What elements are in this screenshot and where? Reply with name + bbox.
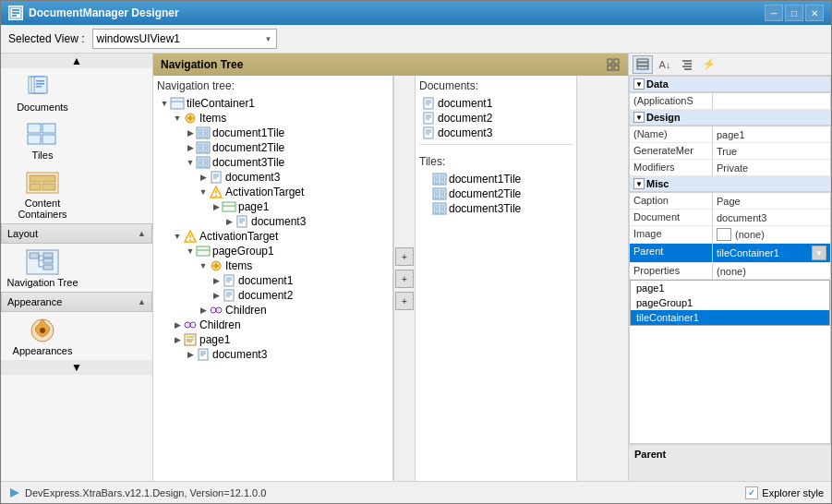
tree-expand-icon[interactable]: ▼ xyxy=(198,186,209,198)
sidebar-item-content-containers[interactable]: Content Containers xyxy=(1,164,84,223)
tree-expand-icon[interactable]: ▶ xyxy=(172,319,183,330)
tile-node-2[interactable]: document2Tile xyxy=(419,186,573,201)
minimize-button[interactable]: ─ xyxy=(765,5,783,21)
svg-rect-109 xyxy=(435,180,439,184)
sidebar-item-documents[interactable]: Documents xyxy=(1,68,84,116)
tree-expand-icon[interactable]: ▶ xyxy=(211,290,222,301)
props-row-document[interactable]: Document document3 xyxy=(630,210,830,226)
props-value-document: document3 xyxy=(713,210,830,225)
tree-expand-icon[interactable]: ▼ xyxy=(198,260,209,271)
documents-panel[interactable]: Documents: document1document2document3 T… xyxy=(416,76,577,481)
tree-expand-icon[interactable]: ▶ xyxy=(211,275,222,286)
dropdown-item-tilecontainer1[interactable]: tileContainer1 xyxy=(631,310,829,325)
tree-expand-icon[interactable]: ▼ xyxy=(172,113,183,124)
sidebar-item-appearances[interactable]: Appearances xyxy=(1,312,84,360)
add-button-3[interactable]: + xyxy=(395,292,414,310)
appearance-section-header[interactable]: Appearance ▲ xyxy=(1,292,152,312)
tree-node-6[interactable]: ▶document3 xyxy=(157,170,389,185)
tree-node-12[interactable]: ▼Items xyxy=(157,258,389,273)
navigation-tree-panel[interactable]: Navigation tree: ▼tileContainer1▼Items▶d… xyxy=(153,76,393,481)
doc-node-3[interactable]: document3 xyxy=(419,126,573,140)
dropdown-item-none[interactable]: page1 xyxy=(631,281,829,295)
tree-node-17[interactable]: ▶page1 xyxy=(157,332,389,347)
tree-node-15[interactable]: ▶Children xyxy=(157,303,389,318)
tree-expand-icon[interactable]: ▶ xyxy=(198,305,209,316)
tiles-icon xyxy=(24,120,61,150)
props-row-applications[interactable]: (ApplicationS xyxy=(630,93,830,110)
props-row-image[interactable]: Image (none) xyxy=(630,226,830,244)
left-panel-scroll-up[interactable]: ▲ xyxy=(1,54,152,68)
layout-section-header[interactable]: Layout ▲ xyxy=(1,223,152,244)
props-name-generatemer: GenerateMer xyxy=(630,143,713,159)
design-section-header[interactable]: ▼ Design xyxy=(630,110,830,126)
tree-expand-icon[interactable]: ▼ xyxy=(185,157,196,168)
tree-expand-icon[interactable]: ▶ xyxy=(185,142,196,153)
misc-section-toggle[interactable]: ▼ xyxy=(633,178,645,189)
svg-rect-39 xyxy=(199,129,202,133)
tree-expand-icon[interactable]: ▶ xyxy=(185,349,196,360)
tree-node-18[interactable]: ▶document3 xyxy=(157,347,389,362)
tree-node-10[interactable]: ▼ActivationTarget xyxy=(157,229,389,244)
tree-node-4[interactable]: ▶document2Tile xyxy=(157,140,389,155)
sidebar-item-tiles[interactable]: Tiles xyxy=(1,116,84,164)
tree-expand-icon[interactable]: ▶ xyxy=(223,216,235,227)
window-controls[interactable]: ─ □ ✕ xyxy=(765,5,824,21)
tree-expand-icon[interactable]: ▶ xyxy=(211,201,222,212)
svg-rect-122 xyxy=(637,63,648,66)
props-row-name[interactable]: (Name) page1 xyxy=(630,126,830,143)
tree-node-icon xyxy=(222,200,236,213)
tree-expand-icon[interactable]: ▼ xyxy=(159,98,170,109)
add-button-2[interactable]: + xyxy=(395,270,414,288)
props-cat-button[interactable] xyxy=(677,55,697,74)
props-row-caption[interactable]: Caption Page xyxy=(630,193,830,210)
tree-expand-icon[interactable]: ▶ xyxy=(198,172,209,183)
docs-nodes: document1document2document3 xyxy=(419,96,573,140)
tree-node-5[interactable]: ▼document3Tile xyxy=(157,155,389,170)
tree-node-14[interactable]: ▶document2 xyxy=(157,288,389,303)
dropdown-item-page1[interactable]: pageGroup1 xyxy=(631,295,829,310)
left-panel-scroll-down[interactable]: ▼ xyxy=(1,360,152,375)
doc-node-icon xyxy=(421,112,436,125)
tree-node-2[interactable]: ▼Items xyxy=(157,111,389,126)
tree-node-9[interactable]: ▶document3 xyxy=(157,214,389,229)
design-section-toggle[interactable]: ▼ xyxy=(633,112,645,123)
tree-node-1[interactable]: ▼tileContainer1 xyxy=(157,96,389,111)
tile-node-1[interactable]: document1Tile xyxy=(419,172,573,186)
misc-section-header[interactable]: ▼ Misc xyxy=(630,176,830,193)
props-row-modifiers[interactable]: Modifiers Private xyxy=(630,160,830,176)
explorer-style-checkbox[interactable]: ✓ xyxy=(745,486,758,499)
tree-node-3[interactable]: ▶document1Tile xyxy=(157,126,389,140)
view-select-dropdown[interactable]: windowsUIView1 ▼ xyxy=(92,29,277,49)
close-button[interactable]: ✕ xyxy=(805,5,824,21)
tree-expand-icon[interactable]: ▶ xyxy=(172,334,183,345)
svg-rect-112 xyxy=(435,190,439,194)
tiles-panel-label: Tiles: xyxy=(419,155,573,168)
doc-node-1[interactable]: document1 xyxy=(419,96,573,111)
tree-node-13[interactable]: ▶document1 xyxy=(157,273,389,288)
props-sort-button[interactable]: A↓ xyxy=(655,55,675,74)
data-section-toggle[interactable]: ▼ xyxy=(633,78,645,90)
doc-node-2[interactable]: document2 xyxy=(419,111,573,126)
parent-dropdown-button[interactable]: ▼ xyxy=(812,246,826,260)
props-events-button[interactable]: ⚡ xyxy=(699,55,719,74)
data-section-header[interactable]: ▼ Data xyxy=(630,77,830,93)
tree-node-11[interactable]: ▼pageGroup1 xyxy=(157,244,389,258)
sidebar-item-navigation-tree[interactable]: Navigation Tree xyxy=(1,244,84,292)
tree-node-16[interactable]: ▶Children xyxy=(157,318,389,332)
nav-tree-header: Navigation Tree xyxy=(153,54,628,76)
selected-view-bar: Selected View : windowsUIView1 ▼ xyxy=(1,25,831,54)
tree-node-8[interactable]: ▶page1 xyxy=(157,199,389,214)
maximize-button[interactable]: □ xyxy=(785,5,803,21)
tree-expand-icon[interactable]: ▶ xyxy=(185,127,196,138)
props-row-generatemer[interactable]: GenerateMer True xyxy=(630,143,830,160)
tree-node-7[interactable]: ▼ActivationTarget xyxy=(157,185,389,199)
svg-rect-15 xyxy=(30,175,55,182)
tile-node-3[interactable]: document3Tile xyxy=(419,201,573,216)
props-grid-button[interactable] xyxy=(633,55,653,74)
doc-node-text: document2 xyxy=(438,112,492,125)
tree-expand-icon[interactable]: ▼ xyxy=(172,231,183,242)
add-button-1[interactable]: + xyxy=(395,247,414,266)
tree-expand-icon[interactable]: ▼ xyxy=(185,246,196,257)
props-row-parent[interactable]: Parent tileContainer1 ▼ xyxy=(630,244,830,263)
props-row-properties[interactable]: Properties (none) xyxy=(630,263,830,280)
